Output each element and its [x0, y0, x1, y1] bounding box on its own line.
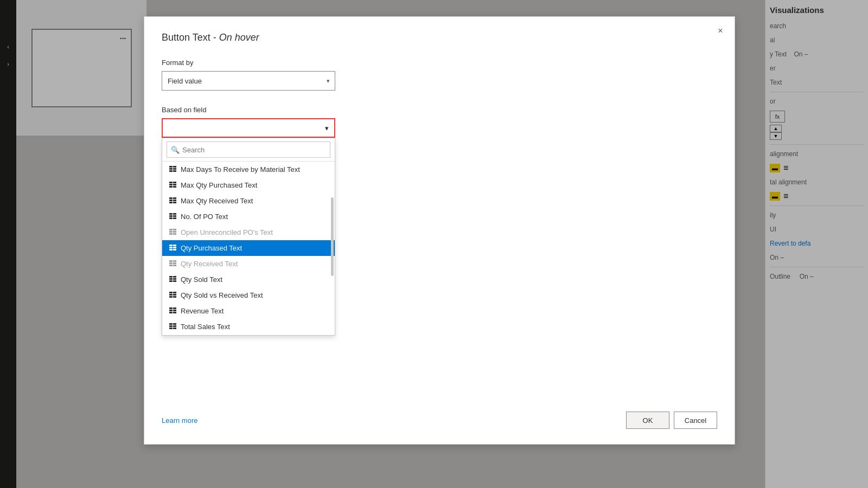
svg-rect-50 [169, 294, 173, 296]
svg-rect-57 [173, 310, 176, 311]
svg-rect-46 [169, 280, 173, 282]
svg-rect-60 [169, 323, 173, 325]
svg-rect-59 [173, 312, 176, 313]
svg-rect-21 [173, 215, 176, 217]
svg-rect-23 [173, 217, 176, 219]
table-icon [169, 166, 176, 174]
cancel-button[interactable]: Cancel [674, 412, 717, 429]
modal-dialog: × Button Text - On hover Format by Field… [144, 16, 735, 445]
svg-rect-53 [173, 296, 176, 298]
table-icon [169, 276, 176, 284]
item-label: Qty Received Text [181, 260, 238, 268]
svg-rect-29 [173, 233, 176, 235]
svg-rect-7 [173, 182, 176, 183]
svg-rect-30 [169, 245, 173, 246]
close-icon: × [718, 26, 723, 36]
item-label: Total Sales Text [181, 323, 230, 331]
modal-overlay: × Button Text - On hover Format by Field… [0, 0, 868, 488]
list-item[interactable]: Max Qty Purchased Text [162, 177, 335, 193]
svg-rect-40 [169, 265, 173, 266]
svg-rect-25 [173, 229, 176, 230]
list-item[interactable]: Qty Sold Text [162, 272, 335, 287]
svg-rect-49 [173, 292, 176, 293]
ok-button[interactable]: OK [626, 412, 669, 429]
list-item[interactable]: Revenue Text [162, 303, 335, 319]
svg-rect-14 [169, 200, 173, 201]
item-label: Max Qty Received Text [181, 197, 253, 205]
svg-rect-24 [169, 229, 173, 230]
modal-close-button[interactable]: × [714, 24, 727, 37]
svg-rect-10 [169, 186, 173, 188]
dropdown-items-list: Max Days To Receive by Material Text Max… [162, 162, 335, 335]
format-by-select[interactable]: Field value Rules Gradient [162, 71, 335, 91]
item-label: Revenue Text [181, 307, 224, 315]
list-item[interactable]: Qty Sold vs Received Text [162, 287, 335, 303]
svg-rect-18 [169, 213, 173, 215]
svg-rect-9 [173, 184, 176, 185]
list-item[interactable]: Total Sales Text [162, 319, 335, 335]
svg-rect-13 [173, 197, 176, 199]
list-item[interactable]: No. Of PO Text [162, 209, 335, 224]
based-on-field-label: Based on field [162, 106, 717, 114]
svg-rect-20 [169, 215, 173, 217]
item-label: Qty Sold vs Received Text [181, 291, 263, 299]
list-item-selected[interactable]: Qty Purchased Text [162, 240, 335, 256]
svg-rect-2 [169, 168, 173, 170]
table-icon [169, 213, 176, 221]
svg-rect-52 [169, 296, 173, 298]
format-by-section: Format by Field value Rules Gradient ▾ [162, 59, 717, 91]
svg-rect-6 [169, 182, 173, 183]
svg-rect-37 [173, 260, 176, 262]
item-label: Qty Purchased Text [181, 244, 242, 252]
table-icon [169, 292, 176, 299]
table-icon [169, 229, 176, 236]
svg-rect-48 [169, 292, 173, 293]
svg-rect-3 [173, 168, 176, 170]
svg-rect-64 [169, 328, 173, 329]
dropdown-list: 🔍 Max Days To Receive by Material Text [162, 138, 335, 336]
list-item[interactable]: Max Days To Receive by Material Text [162, 162, 335, 177]
item-label: No. Of PO Text [181, 213, 228, 221]
table-icon [169, 182, 176, 189]
item-label: Max Qty Purchased Text [181, 181, 257, 189]
svg-rect-61 [173, 323, 176, 325]
svg-rect-17 [173, 202, 176, 203]
svg-rect-1 [173, 166, 176, 168]
svg-rect-31 [173, 245, 176, 246]
svg-rect-62 [169, 325, 173, 327]
svg-rect-63 [173, 325, 176, 327]
item-label: Qty Sold Text [181, 275, 222, 284]
svg-rect-41 [173, 265, 176, 266]
svg-rect-36 [169, 260, 173, 262]
svg-rect-47 [173, 280, 176, 282]
svg-rect-4 [169, 170, 173, 172]
svg-rect-35 [173, 249, 176, 251]
format-by-label: Format by [162, 59, 717, 67]
svg-rect-39 [173, 262, 176, 264]
format-by-select-wrapper: Field value Rules Gradient ▾ [162, 71, 335, 91]
field-selector-trigger[interactable]: ▾ [162, 118, 335, 138]
list-item[interactable]: Qty Received Text [162, 256, 335, 272]
svg-rect-26 [169, 231, 173, 233]
dropdown-group-item[interactable]: ▾ Avg Elapsed Time Billing [162, 335, 335, 335]
svg-rect-19 [173, 213, 176, 215]
svg-rect-65 [173, 328, 176, 329]
based-on-field-section: Based on field ▾ 🔍 [162, 106, 717, 138]
svg-rect-45 [173, 278, 176, 280]
list-item[interactable]: Max Qty Received Text [162, 193, 335, 209]
modal-title: Button Text - On hover [162, 32, 717, 43]
svg-rect-16 [169, 202, 173, 203]
list-item[interactable]: Open Unreconciled PO's Text [162, 224, 335, 240]
item-label: Open Unreconciled PO's Text [181, 228, 273, 236]
learn-more-link[interactable]: Learn more [162, 416, 197, 425]
svg-rect-33 [173, 247, 176, 248]
svg-rect-22 [169, 217, 173, 219]
dropdown-search-input[interactable] [167, 142, 330, 158]
svg-rect-5 [173, 170, 176, 172]
dropdown-search-area: 🔍 [162, 138, 335, 162]
svg-rect-28 [169, 233, 173, 235]
svg-rect-55 [173, 307, 176, 309]
table-icon [169, 307, 176, 315]
svg-rect-51 [173, 294, 176, 296]
svg-rect-11 [173, 186, 176, 188]
